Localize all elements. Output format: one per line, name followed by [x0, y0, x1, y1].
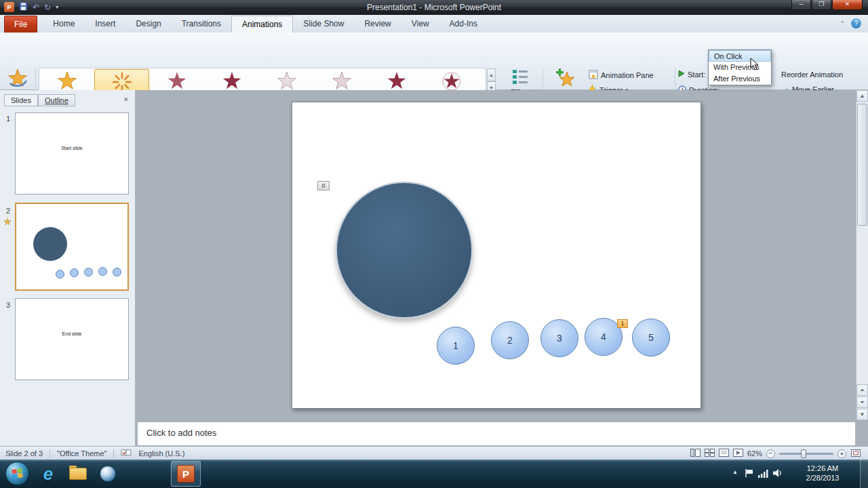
- tab-slides[interactable]: Slides: [4, 94, 38, 106]
- window-title: Presentation1 - Microsoft PowerPoint: [0, 3, 868, 12]
- slide-sorter-view-icon[interactable]: [705, 449, 715, 458]
- network-icon[interactable]: [758, 468, 768, 481]
- reorder-animation-title: Reorder Animation: [781, 70, 843, 79]
- numbered-circle-1[interactable]: 1: [437, 327, 475, 365]
- animation-indicator-star-icon[interactable]: [3, 216, 12, 228]
- previous-slide-icon[interactable]: ⏶: [856, 384, 868, 396]
- spellcheck-icon[interactable]: [121, 449, 132, 458]
- start-play-icon: [678, 70, 685, 79]
- theme-name[interactable]: "Office Theme": [57, 449, 106, 458]
- editor-scrollbar[interactable]: ▲ ⏶ ⏷ ▼: [856, 90, 868, 420]
- animation-pane-icon: [589, 70, 598, 81]
- language-indicator[interactable]: English (U.S.): [138, 449, 184, 458]
- zoom-out-icon[interactable]: −: [766, 449, 775, 458]
- clock-date: 2/28/2013: [791, 473, 854, 483]
- media-player-icon[interactable]: [95, 461, 121, 487]
- animation-pane-label: Animation Pane: [601, 71, 654, 79]
- scroll-up-icon[interactable]: ▲: [856, 90, 868, 102]
- preview-icon: [1, 68, 34, 91]
- slide-thumbnail-1[interactable]: Start slide: [15, 113, 129, 195]
- restore-button[interactable]: ❐: [812, 0, 831, 10]
- tab-animations[interactable]: Animations: [231, 16, 293, 33]
- tab-home[interactable]: Home: [43, 16, 85, 33]
- mouse-cursor: [750, 58, 760, 74]
- status-bar: Slide 2 of 3 "Office Theme" English (U.S…: [0, 446, 868, 460]
- tab-file[interactable]: File: [4, 16, 37, 33]
- zoom-slider-thumb[interactable]: [801, 449, 806, 458]
- start-row: Start:: [678, 70, 705, 79]
- minimize-button[interactable]: ─: [791, 0, 811, 10]
- effect-options-icon: [500, 68, 540, 88]
- panel-tabs: Slides Outline: [4, 94, 75, 106]
- reading-view-icon[interactable]: [719, 449, 729, 458]
- notes-pane[interactable]: Click to add notes: [137, 422, 856, 446]
- menu-item-with-previous[interactable]: With Previous: [709, 62, 771, 73]
- status-right: 62% − +: [690, 447, 861, 460]
- animation-number-badge[interactable]: 1: [617, 319, 628, 328]
- add-animation-icon: [547, 68, 585, 91]
- powerpoint-icon: P: [177, 465, 195, 483]
- zoom-slider[interactable]: [779, 453, 833, 455]
- help-icon[interactable]: ?: [851, 18, 861, 28]
- fit-to-window-icon[interactable]: [850, 449, 861, 459]
- title-bar: P ↶ ↻ ▾ Presentation1 - Microsoft PowerP…: [0, 0, 868, 15]
- numbered-circle-5[interactable]: 5: [632, 319, 670, 357]
- tab-view[interactable]: View: [401, 16, 439, 33]
- clock-time: 12:26 AM: [791, 464, 854, 473]
- thumbnail-small-circle: [98, 267, 107, 276]
- slide-number: 3: [6, 301, 10, 309]
- status-separator: [113, 449, 114, 458]
- slideshow-view-icon[interactable]: [733, 449, 743, 458]
- tab-design[interactable]: Design: [125, 16, 171, 33]
- numbered-circle-3[interactable]: 3: [540, 319, 578, 357]
- menu-item-on-click[interactable]: On Click: [709, 50, 771, 62]
- tab-outline[interactable]: Outline: [38, 94, 75, 106]
- windows-logo-icon: [12, 468, 22, 478]
- tab-review[interactable]: Review: [354, 16, 401, 33]
- big-circle-shape[interactable]: [336, 182, 473, 319]
- volume-icon[interactable]: [773, 468, 783, 481]
- status-separator: [50, 449, 50, 458]
- zoom-in-icon[interactable]: +: [837, 449, 846, 458]
- slide-thumbnail-3[interactable]: End slide: [15, 298, 129, 380]
- taskbar-powerpoint-button[interactable]: P: [171, 461, 201, 487]
- slide-canvas[interactable]: 0 1 2 3 4 1 5: [292, 102, 701, 409]
- thumbnail-title: Start slide: [16, 146, 128, 150]
- minimize-ribbon-icon[interactable]: ⌃: [840, 20, 845, 27]
- panel-close-icon[interactable]: ✕: [123, 96, 129, 103]
- slide-info: Slide 2 of 3: [5, 449, 43, 458]
- start-dropdown-menu: On Click With Previous After Previous: [708, 49, 772, 85]
- menu-item-after-previous[interactable]: After Previous: [709, 73, 771, 85]
- tab-transitions[interactable]: Transitions: [172, 16, 231, 33]
- thumbnail-big-circle: [33, 227, 67, 261]
- show-hidden-icons[interactable]: ▲: [732, 469, 738, 475]
- editor-area: 0 1 2 3 4 1 5: [136, 90, 856, 420]
- tab-addins[interactable]: Add-Ins: [439, 16, 488, 33]
- gallery-scroll-up-icon[interactable]: ▲: [487, 68, 496, 81]
- slide-thumbnail-2[interactable]: [15, 203, 129, 291]
- next-slide-icon[interactable]: ⏷: [856, 396, 868, 408]
- file-explorer-icon[interactable]: [65, 461, 91, 487]
- window-controls: ─ ❐ ✕: [791, 0, 863, 10]
- tab-insert[interactable]: Insert: [85, 16, 125, 33]
- taskbar-clock[interactable]: 12:26 AM 2/28/2013: [791, 464, 854, 483]
- show-desktop-button[interactable]: [860, 460, 868, 488]
- thumbnail-small-circle: [70, 268, 79, 277]
- normal-view-icon[interactable]: [690, 449, 701, 458]
- animation-sequence-tag[interactable]: 0: [317, 181, 330, 190]
- close-button[interactable]: ✕: [832, 0, 863, 10]
- scrollbar-thumb[interactable]: [857, 104, 867, 226]
- start-label: Start:: [688, 70, 705, 79]
- thumbnail-title: End slide: [16, 331, 128, 336]
- thumbnail-small-circle: [84, 268, 93, 277]
- tab-slideshow[interactable]: Slide Show: [293, 16, 354, 33]
- start-button[interactable]: [5, 462, 29, 485]
- zoom-level[interactable]: 62%: [747, 449, 762, 458]
- action-center-icon[interactable]: [745, 468, 754, 481]
- numbered-circle-2[interactable]: 2: [491, 321, 529, 359]
- taskbar: e P ▲ 12:26 AM 2/28/2013: [0, 460, 868, 488]
- slides-panel: Slides Outline ✕ 1 Start slide 2 3 End s…: [0, 90, 136, 446]
- scroll-down-icon[interactable]: ▼: [856, 409, 868, 420]
- animation-pane-button[interactable]: Animation Pane: [589, 70, 654, 81]
- internet-explorer-icon[interactable]: e: [35, 461, 61, 487]
